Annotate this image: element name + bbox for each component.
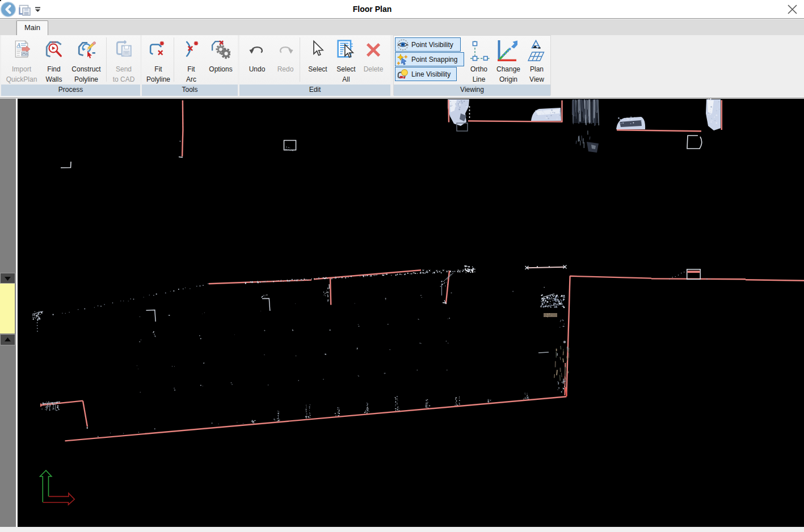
svg-text:A: A (16, 42, 21, 48)
